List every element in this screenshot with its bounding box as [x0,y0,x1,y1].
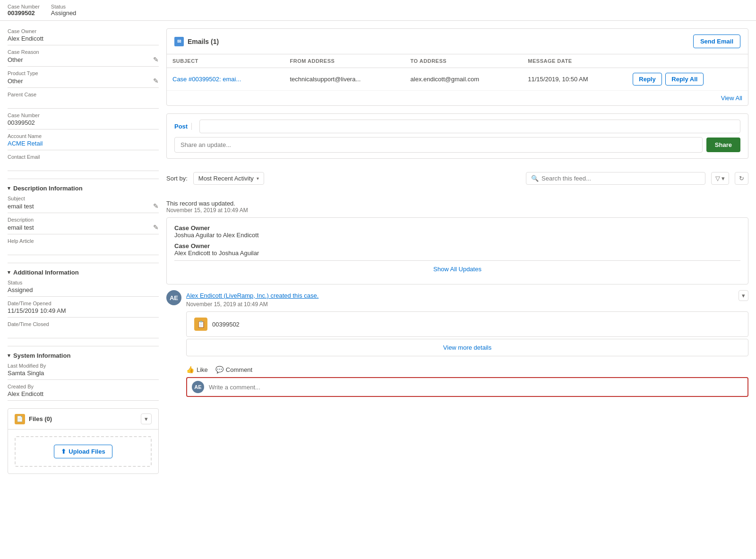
activity-content: Alex Endicott (LiveRamp, Inc.) created t… [186,290,748,397]
product-type-label: Product Type [8,70,159,76]
post-tab[interactable]: Post [174,123,192,130]
case-number-field-value: 00399502 [8,119,159,129]
status-field-value: Assigned [8,286,159,297]
reply-button[interactable]: Reply [633,73,662,86]
files-title: 📄 Files (0) [15,414,52,424]
contact-email-label: Contact Email [8,154,159,160]
description-label: Description [8,217,159,223]
activity-user-link[interactable]: Alex Endicott (LiveRamp, Inc.) created t… [186,292,318,299]
files-section: 📄 Files (0) ▾ ⬆ Upload Files [8,408,159,474]
system-chevron-icon: ▾ [8,353,10,359]
activity-dropdown-btn[interactable]: ▾ [739,290,748,301]
page-container: Case Number 00399502 Status Assigned Cas… [0,0,756,559]
email-to: alex.endicott@gmail.com [405,68,523,91]
upload-files-button[interactable]: ⬆ Upload Files [54,445,112,458]
right-panel: ✉ Emails (1) Send Email SUBJECT FROM ADD… [166,28,748,551]
main-layout: Case Owner Alex Endicott Case Reason Oth… [0,21,756,559]
email-icon: ✉ [174,37,184,46]
field-case-owner: Case Owner Alex Endicott [8,28,159,45]
help-article-value [8,245,159,255]
status-label: Status [51,4,76,9]
filter-chevron-icon: ▾ [722,175,725,182]
field-help-article: Help Article [8,238,159,255]
record-updated-date: November 15, 2019 at 10:49 AM [166,207,748,214]
show-all-updates-link[interactable]: Show All Updates [433,266,481,273]
update-field-1: Case Owner [174,224,740,232]
additional-section-title: Additional Information [13,269,79,276]
send-email-button[interactable]: Send Email [693,34,740,48]
update-card: Case Owner Joshua Aguilar to Alex Endico… [166,217,748,284]
created-by-value: Alex Endicott [8,390,159,401]
files-icon: 📄 [15,414,25,424]
col-to: TO ADDRESS [405,54,523,68]
contact-email-value [8,161,159,171]
update-change-2: Alex Endicott to Joshua Aguilar [174,249,740,257]
field-subject: Subject email test ✎ [8,196,159,213]
share-button[interactable]: Share [706,138,740,152]
filter-button[interactable]: ▽ ▾ [711,172,729,185]
field-case-number: Case Number 00399502 [8,112,159,129]
action-bar: 👍 Like 💬 Comment [186,362,748,377]
files-dropdown-btn[interactable]: ▾ [141,413,152,424]
record-updated-text: This record was updated. [166,200,748,207]
col-actions [627,54,748,68]
field-last-modified: Last Modified By Samta Singla [8,363,159,380]
post-input[interactable] [199,120,740,133]
account-name-link[interactable]: ACME Retail [8,140,43,147]
datetime-opened-label: Date/Time Opened [8,301,159,306]
emails-title-label: Emails (1) [188,38,219,45]
feed-search-input[interactable] [541,175,700,182]
reply-all-button[interactable]: Reply All [665,73,704,86]
additional-chevron-icon: ▾ [8,269,10,275]
system-section-header[interactable]: ▾ System Information [8,346,159,359]
view-all-link[interactable]: View All [721,95,742,102]
emails-table: SUBJECT FROM ADDRESS TO ADDRESS MESSAGE … [167,54,748,91]
email-actions: Reply Reply All [627,68,748,91]
case-reason-edit-icon[interactable]: ✎ [153,56,159,63]
case-card: 📋 00399502 [186,311,748,337]
search-bar: 🔍 [526,172,705,185]
sort-select[interactable]: Most Recent Activity ▾ [193,172,264,185]
description-chevron-icon: ▾ [8,185,10,191]
post-row: Post [174,120,740,133]
sort-bar: Sort by: Most Recent Activity ▾ 🔍 ▽ ▾ ↻ [166,166,748,189]
refresh-button[interactable]: ↻ [735,172,748,185]
additional-section-header[interactable]: ▾ Additional Information [8,263,159,276]
filter-icon: ▽ [715,175,720,182]
email-from: technicalsupport@livera... [284,68,404,91]
status-field-label: Status [8,280,159,285]
email-subject-link[interactable]: Case #00399502: emai... [172,76,241,83]
product-type-edit-icon[interactable]: ✎ [153,77,159,85]
description-section-header[interactable]: ▾ Description Information [8,179,159,192]
share-input[interactable] [174,137,703,153]
comment-button[interactable]: 💬 Comment [215,366,252,373]
system-section-title: System Information [13,352,70,359]
field-datetime-closed: Date/Time Closed [8,321,159,338]
col-from: FROM ADDRESS [284,54,404,68]
like-icon: 👍 [186,366,194,373]
upload-btn-label: Upload Files [69,448,105,455]
upload-icon: ⬆ [61,448,66,455]
field-account-name: Account Name ACME Retail [8,133,159,150]
left-panel: Case Owner Alex Endicott Case Reason Oth… [8,28,159,551]
emails-card: ✉ Emails (1) Send Email SUBJECT FROM ADD… [166,28,748,106]
update-field-2: Case Owner [174,242,740,249]
status-value: Assigned [51,9,76,17]
activity-user-line: Alex Endicott (LiveRamp, Inc.) created t… [186,292,318,299]
post-section: Post Share [166,113,748,159]
case-reason-value: Other ✎ [8,56,159,67]
datetime-opened-value: 11/15/2019 10:49 AM [8,307,159,318]
help-article-label: Help Article [8,238,159,244]
email-row: Case #00399502: emai... technicalsupport… [167,68,748,91]
account-name-value: ACME Retail [8,140,159,150]
subject-edit-icon[interactable]: ✎ [153,202,159,210]
case-owner-value: Alex Endicott [8,35,159,45]
comment-input[interactable] [209,384,743,391]
subject-label: Subject [8,196,159,201]
header-case-number: Case Number 00399502 [8,4,40,17]
description-edit-icon[interactable]: ✎ [153,224,159,231]
like-button[interactable]: 👍 Like [186,366,208,373]
refresh-icon: ↻ [739,175,744,182]
account-name-label: Account Name [8,133,159,139]
view-more-link[interactable]: View more details [443,344,491,351]
